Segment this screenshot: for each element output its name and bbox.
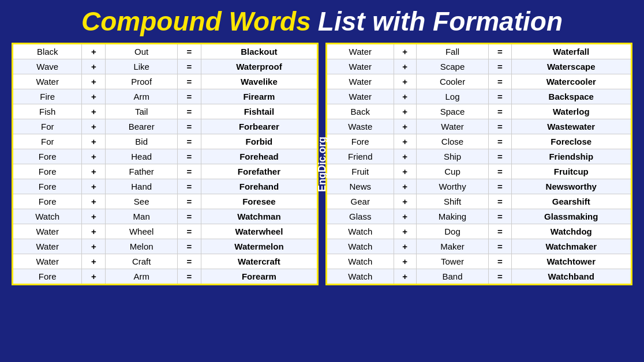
- compound-word: Watercooler: [511, 74, 632, 89]
- table-row: Gear+Shift=Gearshift: [327, 194, 632, 209]
- table-row: Fore+Father=Forefather: [13, 164, 318, 179]
- table-row: Back+Space=Waterlog: [327, 104, 632, 119]
- table-row: Water+Craft=Watercraft: [13, 254, 318, 269]
- word-part: Black: [13, 44, 82, 59]
- table-row: Fore+See=Foresee: [13, 194, 318, 209]
- word-part: Water: [416, 119, 488, 134]
- plus-operator: +: [394, 224, 416, 239]
- table-row: Water+Melon=Watermelon: [13, 239, 318, 254]
- word-part: Water: [13, 224, 82, 239]
- table-row: Friend+Ship=Friendship: [327, 149, 632, 164]
- table-row: Fore+Arm=Forearm: [13, 269, 318, 285]
- equals-operator: =: [489, 224, 511, 239]
- compound-word: Forehand: [201, 179, 317, 194]
- page-title: Compound Words List with Formation: [81, 6, 563, 37]
- plus-operator: +: [394, 44, 416, 59]
- table-row: Water+Scape=Waterscape: [327, 59, 632, 74]
- table-row: Fish+Tail=Fishtail: [13, 104, 318, 119]
- compound-word: Foreclose: [511, 134, 632, 149]
- equals-operator: =: [177, 194, 201, 209]
- table-row: Water+Fall=Waterfall: [327, 44, 632, 59]
- word-part: Water: [327, 59, 394, 74]
- word-part: Head: [106, 149, 177, 164]
- compound-word: Fishtail: [201, 104, 317, 119]
- equals-operator: =: [489, 179, 511, 194]
- table-row: Watch+Dog=Watchdog: [327, 224, 632, 239]
- plus-operator: +: [394, 194, 416, 209]
- word-part: Maker: [416, 239, 488, 254]
- word-part: Scape: [416, 59, 488, 74]
- word-part: Fore: [13, 194, 82, 209]
- compound-word: Wastewater: [511, 119, 632, 134]
- word-part: Close: [416, 134, 488, 149]
- equals-operator: =: [177, 119, 201, 134]
- equals-operator: =: [177, 209, 201, 224]
- word-part: Water: [13, 254, 82, 269]
- word-part: Arm: [106, 269, 177, 285]
- word-part: Tail: [106, 104, 177, 119]
- word-part: Watch: [327, 239, 394, 254]
- compound-word: Watchman: [201, 209, 317, 224]
- table-row: Watch+Man=Watchman: [13, 209, 318, 224]
- table-row: Fore+Hand=Forehand: [13, 179, 318, 194]
- word-part: Arm: [106, 89, 177, 104]
- word-part: Fish: [13, 104, 82, 119]
- compound-word: Gearshift: [511, 194, 632, 209]
- compound-word: Friendship: [511, 149, 632, 164]
- equals-operator: =: [489, 164, 511, 179]
- word-part: Tower: [416, 254, 488, 269]
- compound-word: Newsworthy: [511, 179, 632, 194]
- right-table: Water+Fall=WaterfallWater+Scape=Watersca…: [325, 43, 632, 285]
- word-part: Water: [327, 44, 394, 59]
- table-row: Watch+Maker=Watchmaker: [327, 239, 632, 254]
- plus-operator: +: [82, 104, 106, 119]
- equals-operator: =: [489, 59, 511, 74]
- table-row: Waste+Water=Wastewater: [327, 119, 632, 134]
- word-part: Friend: [327, 149, 394, 164]
- compound-word: Waterwheel: [201, 224, 317, 239]
- plus-operator: +: [394, 179, 416, 194]
- word-part: Ship: [416, 149, 488, 164]
- word-part: Dog: [416, 224, 488, 239]
- word-part: Craft: [106, 254, 177, 269]
- word-part: Water: [13, 239, 82, 254]
- compound-word: Watchtower: [511, 254, 632, 269]
- word-part: Like: [106, 59, 177, 74]
- word-part: Space: [416, 104, 488, 119]
- compound-word: Backspace: [511, 89, 632, 104]
- compound-word: Glassmaking: [511, 209, 632, 224]
- compound-word: Watchmaker: [511, 239, 632, 254]
- plus-operator: +: [82, 164, 106, 179]
- table-row: Wave+Like=Waterproof: [13, 59, 318, 74]
- table-row: Fruit+Cup=Fruitcup: [327, 164, 632, 179]
- word-part: Out: [106, 44, 177, 59]
- compound-word: Forbearer: [201, 119, 317, 134]
- compound-word: Watchband: [511, 269, 632, 285]
- compound-word: Watchdog: [511, 224, 632, 239]
- equals-operator: =: [489, 194, 511, 209]
- equals-operator: =: [177, 254, 201, 269]
- plus-operator: +: [82, 74, 106, 89]
- title-part2: List with Formation: [318, 6, 563, 37]
- plus-operator: +: [82, 239, 106, 254]
- compound-word: Waterscape: [511, 59, 632, 74]
- plus-operator: +: [82, 149, 106, 164]
- table-row: Fore+Close=Foreclose: [327, 134, 632, 149]
- left-table: Black+Out=BlackoutWave+Like=WaterproofWa…: [12, 43, 319, 285]
- compound-word: Firearm: [201, 89, 317, 104]
- equals-operator: =: [177, 164, 201, 179]
- equals-operator: =: [177, 44, 201, 59]
- word-part: Watch: [327, 269, 394, 285]
- word-part: Glass: [327, 209, 394, 224]
- word-part: Fire: [13, 89, 82, 104]
- plus-operator: +: [82, 209, 106, 224]
- compound-word: Fruitcup: [511, 164, 632, 179]
- word-part: Wheel: [106, 224, 177, 239]
- compound-word: Watermelon: [201, 239, 317, 254]
- word-part: Band: [416, 269, 488, 285]
- plus-operator: +: [82, 89, 106, 104]
- compound-word: Forearm: [201, 269, 317, 285]
- equals-operator: =: [177, 134, 201, 149]
- table-row: Watch+Tower=Watchtower: [327, 254, 632, 269]
- word-part: Watch: [327, 224, 394, 239]
